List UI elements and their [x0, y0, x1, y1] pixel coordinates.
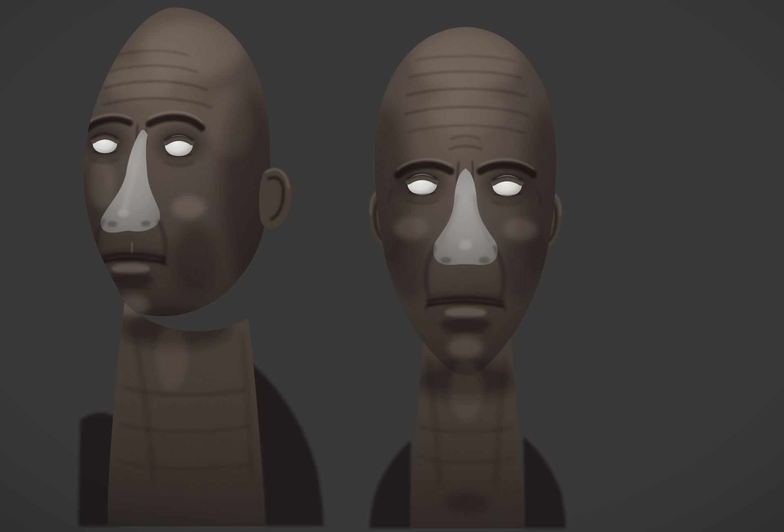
viewport-canvas — [0, 0, 784, 532]
sculpt-render — [0, 0, 784, 532]
vignette-overlay — [0, 0, 784, 532]
